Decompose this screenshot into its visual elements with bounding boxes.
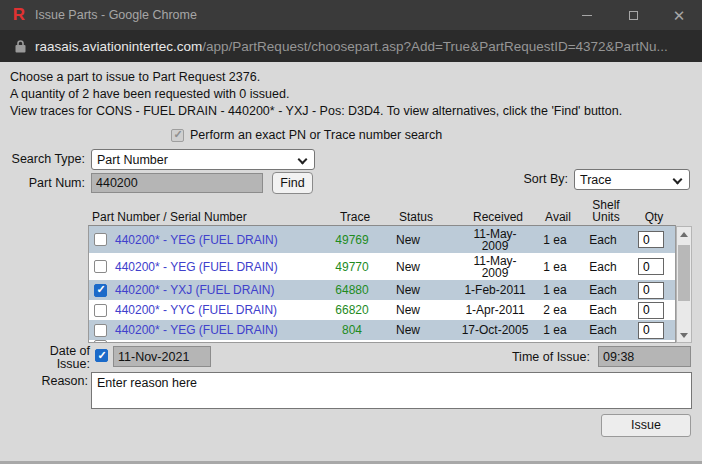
minimize-button[interactable] <box>564 0 610 30</box>
received-value: 11-May-2009 <box>469 228 521 252</box>
status-value: New <box>387 283 457 297</box>
col-header-units: Shelf Units <box>586 199 626 223</box>
col-header-trace: Trace <box>320 211 390 223</box>
date-of-issue-input[interactable] <box>113 346 211 367</box>
trace-value: 49770 <box>317 260 387 274</box>
part-number-link[interactable]: 440200* - YEG (FUEL DRAIN) <box>115 233 278 247</box>
shelf-units-value: Each <box>577 303 629 317</box>
sort-by-label: Sort By: <box>500 172 568 186</box>
table-rows-viewport: 440200* - YEG (FUEL DRAIN)49769New11-May… <box>88 225 676 343</box>
scroll-down-icon <box>680 333 688 338</box>
page-url: raasais.aviationintertec.com/app/PartReq… <box>35 39 668 54</box>
exact-search-checkbox[interactable] <box>171 129 184 142</box>
close-icon: ✕ <box>673 8 686 23</box>
part-number-link[interactable]: 440200* - YXJ (FUEL DRAIN) <box>115 283 274 297</box>
scroll-up-button[interactable] <box>677 227 691 241</box>
intro-line-2: A quantity of 2 have been requested with… <box>10 86 622 103</box>
table-row: 440200* - YEG (FUEL DRAIN)49770New11-May… <box>89 253 675 280</box>
col-header-part: Part Number / Serial Number <box>88 211 320 223</box>
qty-input[interactable] <box>638 231 664 248</box>
avail-value: 2 ea <box>533 303 577 317</box>
trace-value: 804 <box>317 323 387 337</box>
received-value: 11-May-2009 <box>469 255 521 279</box>
intro-text: Choose a part to issue to Part Request 2… <box>10 69 622 120</box>
part-number-link[interactable]: 440200* - YEG (FUEL DRAIN) <box>115 323 278 337</box>
table-scrollbar[interactable] <box>676 226 692 343</box>
window-titlebar: R Issue Parts - Google Chrome ✕ <box>0 0 702 30</box>
table-row: 440200* - YEG (FUEL DRAIN)804New17-Oct-2… <box>89 320 675 340</box>
scroll-up-icon <box>680 232 688 237</box>
status-value: New <box>387 303 457 317</box>
table-row: 440200* - YEG (FUEL DRAIN)49769New11-May… <box>89 226 675 253</box>
table-row-partial <box>89 340 675 343</box>
part-number-link[interactable]: 440200* - YYC (FUEL DRAIN) <box>115 303 277 317</box>
window-title: Issue Parts - Google Chrome <box>35 8 564 22</box>
row-select-checkbox[interactable] <box>94 284 107 297</box>
minimize-icon <box>582 15 592 16</box>
shelf-units-value: Each <box>577 323 629 337</box>
part-num-input[interactable] <box>91 173 263 193</box>
status-value: New <box>387 260 457 274</box>
search-type-select[interactable]: Part Number <box>91 149 315 170</box>
time-of-issue-input[interactable] <box>598 346 691 367</box>
row-select-checkbox[interactable] <box>94 324 107 337</box>
sort-by-select[interactable]: Trace <box>574 169 690 190</box>
maximize-icon <box>629 11 638 20</box>
close-button[interactable]: ✕ <box>656 0 702 30</box>
table-header-row: Part Number / Serial Number Trace Status… <box>88 198 692 225</box>
avail-value: 1 ea <box>533 260 577 274</box>
status-value: New <box>387 323 457 337</box>
col-header-avail: Avail <box>536 211 580 223</box>
reason-label: Reason: <box>38 374 88 388</box>
shelf-units-value: Each <box>577 260 629 274</box>
qty-input[interactable] <box>638 258 664 275</box>
table-row: 440200* - YYC (FUEL DRAIN)66820New1-Apr-… <box>89 300 675 320</box>
url-bar[interactable]: raasais.aviationintertec.com/app/PartReq… <box>0 30 702 62</box>
col-header-received: Received <box>460 211 536 223</box>
received-value: 17-Oct-2005 <box>462 323 529 337</box>
table-row: 440200* - YXJ (FUEL DRAIN)64880New1-Feb-… <box>89 280 675 300</box>
shelf-units-value: Each <box>577 283 629 297</box>
qty-input[interactable] <box>638 282 664 299</box>
intro-line-3: View traces for CONS - FUEL DRAIN - 4402… <box>10 103 622 120</box>
received-value: 1-Apr-2011 <box>465 303 524 317</box>
time-of-issue-label: Time of Issue: <box>455 350 590 364</box>
date-of-issue-checkbox[interactable] <box>95 349 108 362</box>
maximize-button[interactable] <box>610 0 656 30</box>
col-header-qty: Qty <box>632 211 676 223</box>
avail-value: 1 ea <box>533 233 577 247</box>
chevron-down-icon <box>298 155 308 165</box>
part-num-label: Part Num: <box>0 176 85 190</box>
avail-value: 1 ea <box>533 323 577 337</box>
row-select-checkbox[interactable] <box>94 233 107 246</box>
qty-input[interactable] <box>638 302 664 319</box>
find-button[interactable]: Find <box>272 172 313 194</box>
trace-value: 49769 <box>317 233 387 247</box>
search-type-value: Part Number <box>97 153 168 167</box>
chevron-down-icon <box>673 175 683 185</box>
exact-search-label: Perform an exact PN or Trace number sear… <box>190 128 442 142</box>
app-favicon-icon: R <box>10 5 28 25</box>
part-number-link[interactable]: 440200* - YEG (FUEL DRAIN) <box>115 260 278 274</box>
col-header-status: Status <box>390 211 460 223</box>
issue-button[interactable]: Issue <box>601 414 691 437</box>
avail-value: 1 ea <box>533 283 577 297</box>
dialog-body: Choose a part to issue to Part Request 2… <box>0 62 702 461</box>
reason-textarea[interactable]: Enter reason here <box>91 372 692 409</box>
row-select-checkbox[interactable] <box>94 304 107 317</box>
search-type-label: Search Type: <box>0 152 85 166</box>
trace-value: 64880 <box>317 283 387 297</box>
intro-line-1: Choose a part to issue to Part Request 2… <box>10 69 622 86</box>
parts-table: Part Number / Serial Number Trace Status… <box>88 198 692 343</box>
scroll-down-button[interactable] <box>677 328 691 342</box>
row-select-checkbox[interactable] <box>94 260 107 273</box>
received-value: 1-Feb-2011 <box>464 283 525 297</box>
date-of-issue-label: Date of Issue: <box>20 345 90 371</box>
row-select-checkbox[interactable] <box>94 340 107 343</box>
scrollbar-thumb[interactable] <box>678 245 690 301</box>
qty-input[interactable] <box>638 322 664 339</box>
trace-value: 66820 <box>317 303 387 317</box>
sort-by-value: Trace <box>580 173 612 187</box>
status-value: New <box>387 233 457 247</box>
lock-icon <box>15 40 26 53</box>
